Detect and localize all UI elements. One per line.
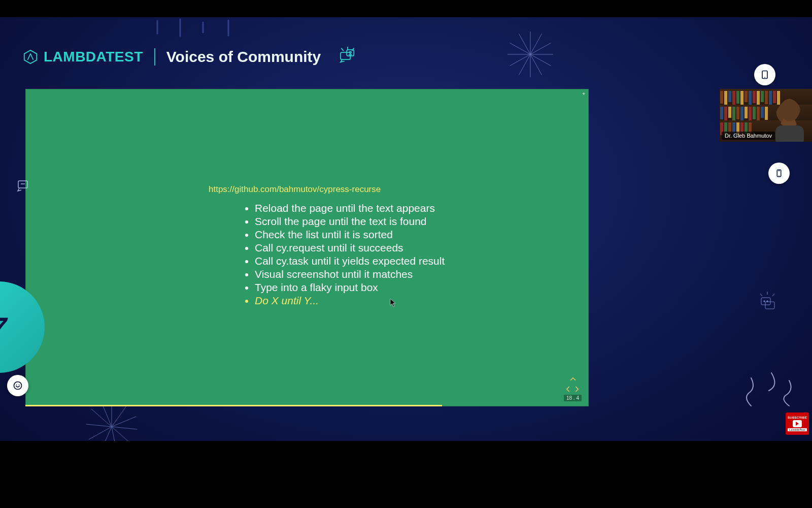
- decor-dashes-top: [152, 18, 254, 39]
- slide-bullet-emph: Do X until Y...: [255, 294, 445, 307]
- svg-line-18: [101, 427, 112, 441]
- svg-line-1: [530, 34, 542, 55]
- slide-bullet: Scroll the page until the text is found: [255, 215, 445, 228]
- svg-line-4: [530, 54, 551, 66]
- header-chat-icon: [337, 47, 358, 67]
- lambdatest-logo-icon: [23, 50, 38, 64]
- presentation-slide[interactable]: ✦ https://github.com/bahmutov/cypress-re…: [25, 89, 589, 406]
- smile-check-icon: [13, 380, 23, 391]
- mobile-icon: [774, 169, 784, 178]
- device-tablet-button[interactable]: [754, 64, 775, 85]
- svg-point-48: [14, 382, 22, 390]
- svg-point-47: [779, 175, 780, 176]
- subscribe-badge[interactable]: SUBSCRIBE LambdaTest: [786, 412, 809, 435]
- slide-bullet: Check the list until it is sorted: [255, 228, 445, 241]
- brand-logo: LAMBDATEST: [23, 49, 143, 65]
- svg-line-2: [530, 43, 551, 55]
- mouse-cursor-icon: [390, 298, 397, 307]
- svg-line-14: [112, 417, 136, 427]
- svg-point-33: [767, 301, 768, 302]
- svg-line-8: [510, 54, 531, 66]
- svg-line-15: [112, 427, 137, 429]
- brand-name: LAMBDATEST: [44, 49, 143, 65]
- slide-bullet: Type into a flaky input box: [255, 281, 445, 294]
- slide-url[interactable]: https://github.com/bahmutov/cypress-recu…: [209, 184, 381, 195]
- slide-bullet: Visual screenshot until it matches: [255, 268, 445, 281]
- letterbox-top: [0, 0, 812, 17]
- svg-point-44: [764, 77, 765, 78]
- svg-line-36: [342, 48, 344, 50]
- webcam-name-tag: Dr. Gleb Bahmutov: [722, 132, 775, 140]
- slide-nav-up-icon[interactable]: [568, 374, 578, 384]
- subscribe-label: SUBSCRIBE: [788, 416, 807, 419]
- svg-rect-30: [761, 298, 770, 305]
- svg-line-7: [519, 54, 531, 75]
- svg-line-13: [112, 405, 127, 427]
- slide-progress-bar: [25, 405, 442, 406]
- slide-corner-star-icon: ✦: [582, 91, 586, 97]
- decor-chat-icon: [756, 292, 779, 316]
- svg-rect-31: [765, 302, 774, 309]
- big-circle-glyph: 7: [0, 311, 11, 344]
- status-smile-button[interactable]: [7, 375, 28, 396]
- svg-line-10: [510, 43, 531, 55]
- svg-point-50: [19, 385, 20, 386]
- letterbox-bottom: [0, 441, 812, 508]
- decor-starburst-1: [507, 31, 553, 77]
- webcam-feed[interactable]: Dr. Gleb Bahmutov: [720, 89, 812, 142]
- svg-line-21: [91, 409, 112, 427]
- header-title: Voices of Community: [166, 48, 321, 66]
- tablet-icon: [760, 70, 770, 80]
- svg-line-29: [772, 294, 774, 296]
- svg-point-49: [16, 385, 17, 386]
- device-mobile-button[interactable]: [768, 163, 790, 184]
- svg-line-19: [89, 427, 112, 439]
- svg-line-11: [519, 34, 531, 55]
- svg-rect-52: [775, 125, 804, 142]
- decor-starburst-2: [86, 401, 137, 441]
- slide-bullet: Reload the page until the text appears: [255, 202, 445, 215]
- slide-bullet: Call cy.task until it yields expected re…: [255, 255, 445, 268]
- video-stage: LAMBDATEST Voices of Community ✦ https: [0, 17, 812, 441]
- slide-nav: 18 . 4: [563, 374, 582, 401]
- svg-line-28: [760, 294, 762, 296]
- header: LAMBDATEST Voices of Community: [23, 47, 358, 67]
- slide-bullet-list: Reload the page until the text appears S…: [244, 202, 445, 307]
- slide-counter: 18 . 4: [564, 395, 582, 401]
- subscribe-channel: LambdaTest: [788, 428, 807, 431]
- svg-line-20: [86, 424, 112, 427]
- youtube-play-icon: [793, 420, 802, 427]
- slide-bullet: Call cy.request until it succeeds: [255, 241, 445, 255]
- svg-marker-34: [24, 50, 37, 64]
- svg-line-5: [530, 54, 542, 75]
- svg-line-16: [112, 427, 132, 441]
- slide-nav-next-icon[interactable]: [572, 385, 582, 394]
- slide-nav-prev-icon[interactable]: [563, 385, 572, 394]
- svg-point-32: [764, 301, 765, 302]
- svg-line-17: [112, 427, 117, 441]
- header-separator: [154, 48, 155, 66]
